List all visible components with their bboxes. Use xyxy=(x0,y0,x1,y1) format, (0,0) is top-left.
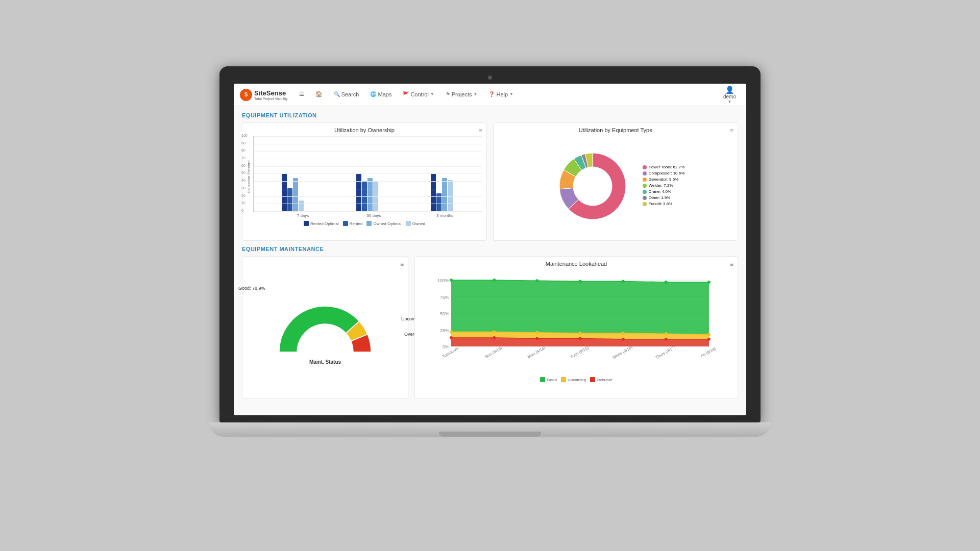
nav-help[interactable]: ❓ Help ▼ xyxy=(484,84,518,106)
data-point xyxy=(450,336,453,339)
legend-item: Owned xyxy=(406,221,425,226)
bar-group-1 xyxy=(330,174,404,212)
ownership-chart-menu-icon[interactable]: ≡ xyxy=(479,127,482,134)
data-point xyxy=(535,337,538,340)
utilization-charts-row: ≡ Utilization by Ownership Utilization P… xyxy=(242,122,738,241)
user-caret-icon: ▼ xyxy=(728,99,732,104)
svg-text:Sun (9/13): Sun (9/13) xyxy=(484,345,503,359)
user-icon: 👤 xyxy=(725,86,734,94)
laptop-wrapper: S SiteSense Total Project Visibility ☰ 🏠… xyxy=(209,66,771,485)
nav-hamburger[interactable]: ☰ xyxy=(295,84,308,106)
donut-label-dot xyxy=(643,165,647,169)
data-point xyxy=(535,279,538,282)
donut-svg xyxy=(547,140,639,232)
legend-item: Rented xyxy=(343,221,363,226)
donut-label-dot xyxy=(643,178,647,182)
data-point xyxy=(622,338,625,341)
gauge-good-label: Good: 78.9% xyxy=(238,286,265,291)
maintenance-gauge-card: ≡ Good: 78.9% Upcoming: 11.1% Overdue: 1… xyxy=(242,256,408,399)
gauge-segment xyxy=(279,306,359,352)
nav-search[interactable]: 🔍 Search xyxy=(330,84,363,106)
legend-item: Owned Optimal xyxy=(366,221,401,226)
type-chart-menu-icon[interactable]: ≡ xyxy=(730,127,733,134)
lookahead-legend-label: Overdue xyxy=(597,378,612,382)
svg-text:75%: 75% xyxy=(440,295,449,300)
donut-label-dot xyxy=(643,184,647,188)
data-point xyxy=(707,281,710,284)
brand-tagline: Total Project Visibility xyxy=(254,97,288,101)
svg-text:Mon (9/14): Mon (9/14) xyxy=(527,345,546,359)
bar-chart-grid: 1009080706050403020100 xyxy=(253,136,482,212)
lookahead-legend-color xyxy=(561,377,566,382)
legend-label: Owned Optimal xyxy=(373,221,401,226)
bar-0-1 xyxy=(287,188,292,212)
svg-text:50%: 50% xyxy=(440,311,449,316)
x-label-3 months: 3 months xyxy=(409,213,480,218)
donut-label: Compressor: 10.6% xyxy=(643,171,685,176)
globe-icon: 🌐 xyxy=(370,91,376,97)
bar-chart-legend: Rented OptimalRentedOwned OptimalOwned xyxy=(247,221,482,226)
bar-chart-inner: 1009080706050403020100 7 days30 days3 mo… xyxy=(253,136,482,218)
data-point xyxy=(707,333,710,336)
legend-label: Owned xyxy=(412,221,425,226)
nav-control[interactable]: 🚩 Control ▼ xyxy=(399,84,438,106)
lookahead-chart-menu-icon[interactable]: ≡ xyxy=(730,261,733,268)
lookahead-legend-color xyxy=(590,377,595,382)
nav-maps-label: Maps xyxy=(378,91,391,97)
projects-caret-icon: ▼ xyxy=(474,92,478,96)
nav-projects-label: Projects xyxy=(452,91,472,97)
bar-group-0 xyxy=(256,174,329,212)
donut-label-dot xyxy=(643,190,647,194)
donut-label-dot xyxy=(643,196,647,200)
bar-1-3 xyxy=(373,181,378,212)
lookahead-legend-label: Upcoming xyxy=(568,378,586,382)
equipment-utilization-title: EQUIPMENT UTILIZATION xyxy=(242,112,738,118)
maintenance-lookahead-card: ≡ Maintenance Lookahead 0%25%50%75%100%T… xyxy=(414,256,738,399)
donut-label-text: Welder: 7.2% xyxy=(649,183,673,188)
donut-label: Generator: 9.6% xyxy=(643,177,685,182)
control-icon: 🚩 xyxy=(403,91,409,97)
projects-icon: ⚑ xyxy=(446,91,450,97)
svg-text:100%: 100% xyxy=(437,278,449,283)
donut-label-text: Power Tools: 62.7% xyxy=(649,165,685,169)
bar-chart-area: Utilization Percent 10090807060504030201… xyxy=(247,136,482,218)
svg-text:25%: 25% xyxy=(440,328,449,333)
bar-0-0 xyxy=(282,174,287,212)
equipment-maintenance-title: EQUIPMENT MAINTENANCE xyxy=(242,246,738,252)
lookahead-legend: GoodUpcomingOverdue xyxy=(419,377,733,382)
nav-user-label: demo xyxy=(723,94,736,99)
donut-label: Forklift: 3.6% xyxy=(643,202,685,206)
nav-help-label: Help xyxy=(496,91,508,97)
laptop-screen: S SiteSense Total Project Visibility ☰ 🏠… xyxy=(234,84,746,415)
help-icon: ❓ xyxy=(488,91,495,97)
lookahead-chart-title: Maintenance Lookahead xyxy=(419,261,733,267)
data-point xyxy=(535,331,538,334)
data-point xyxy=(622,280,625,283)
utilization-by-ownership-card: ≡ Utilization by Ownership Utilization P… xyxy=(242,122,487,241)
data-point xyxy=(493,336,496,339)
bar-group-2 xyxy=(405,174,478,212)
nav-home[interactable]: 🏠 xyxy=(311,84,327,106)
x-label-30 days: 30 days xyxy=(338,213,409,218)
bar-2-0 xyxy=(431,174,436,212)
data-point xyxy=(665,281,668,284)
data-point xyxy=(707,338,710,341)
bar-1-1 xyxy=(362,181,367,212)
data-point xyxy=(493,330,496,333)
nav-projects[interactable]: ⚑ Projects ▼ xyxy=(442,84,482,106)
legend-label: Rented xyxy=(350,221,363,226)
nav-control-label: Control xyxy=(410,91,428,97)
data-point xyxy=(493,279,496,282)
nav-user[interactable]: 👤 demo ▼ xyxy=(719,86,740,104)
data-point xyxy=(622,332,625,335)
svg-text:Thurs (9/17): Thurs (9/17) xyxy=(654,345,676,360)
donut-label-text: Compressor: 10.6% xyxy=(649,171,685,176)
gauge-chart-menu-icon[interactable]: ≡ xyxy=(400,261,404,268)
control-caret-icon: ▼ xyxy=(430,92,434,96)
nav-maps[interactable]: 🌐 Maps xyxy=(366,84,396,106)
legend-color xyxy=(366,221,372,226)
legend-item: Rented Optimal xyxy=(304,221,339,226)
brand-logo: S SiteSense Total Project Visibility xyxy=(240,89,288,101)
bar-2-3 xyxy=(448,180,453,212)
laptop-bezel: S SiteSense Total Project Visibility ☰ 🏠… xyxy=(219,66,761,422)
